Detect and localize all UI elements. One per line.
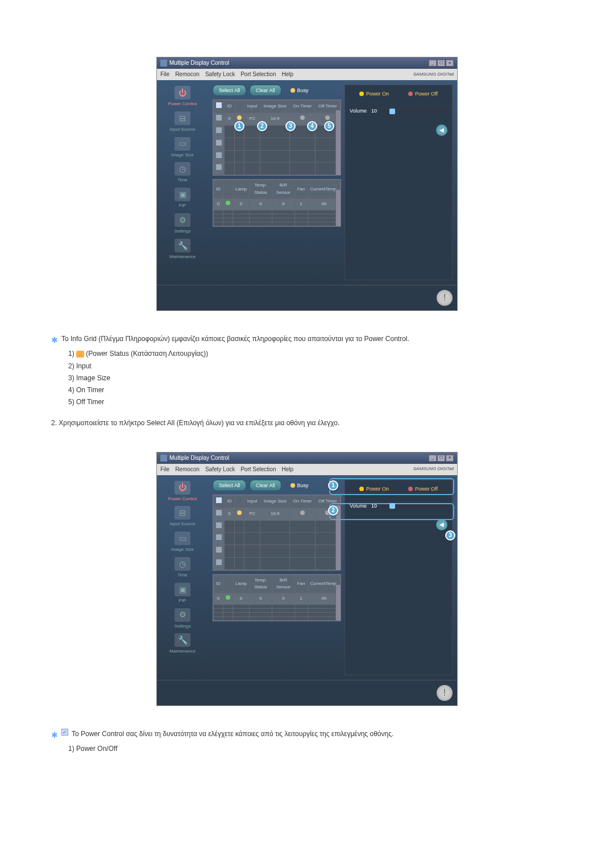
sidebar-item-input-source[interactable]: ⊟ Input Source — [169, 111, 195, 134]
sidebar-item-settings[interactable]: ⚙ Settings — [175, 213, 191, 235]
power-on-button[interactable]: Power On — [359, 90, 389, 98]
slider-handle[interactable] — [389, 109, 395, 114]
list-item-1-prefix: 1) — [68, 350, 76, 358]
sidebar-item-maintenance[interactable]: 🔧 Maintenance — [169, 633, 196, 655]
sidebar-item-image-size[interactable]: ▭ Image Size — [171, 531, 194, 554]
col-check[interactable] — [214, 101, 225, 113]
badge-1: 1 — [328, 480, 338, 491]
power-on-dot-icon — [359, 487, 364, 491]
scrollbar[interactable] — [335, 584, 341, 621]
sidebar-item-settings[interactable]: ⚙ Settings — [175, 608, 191, 630]
sidebar-item-image-size[interactable]: ▭ Image Size — [171, 137, 194, 159]
menu-safety-lock[interactable]: Safety Lock — [205, 465, 235, 474]
power-off-label: Power Off — [415, 485, 438, 493]
power-on-button[interactable]: Power On — [359, 485, 389, 493]
table-row[interactable]: 0 PC 16:9 — [214, 113, 341, 126]
col-id: ID — [225, 495, 235, 508]
volume-label: Volume — [350, 107, 367, 115]
sidebar-item-power-control[interactable]: ⏻ Power Control — [168, 481, 197, 503]
col-image-size: Image Size — [260, 495, 290, 508]
power-on-dot-icon — [359, 92, 364, 96]
col-lamp: Lamp — [233, 180, 250, 199]
sidebar-item-time[interactable]: ◷ Time — [175, 557, 190, 579]
table-row[interactable]: 0 0 0 0 1 49 — [214, 198, 341, 210]
info-grid: ID Input Image Size On Timer Off Timer 0 — [213, 495, 341, 571]
sidebar-item-pip[interactable]: ▣ PIP — [175, 188, 190, 210]
power-off-button[interactable]: Power Off — [408, 485, 438, 493]
col-id: ID — [214, 180, 223, 199]
mute-icon[interactable]: ◀ — [436, 519, 447, 530]
checkbox-icon — [61, 729, 68, 736]
sidebar-item-time[interactable]: ◷ Time — [175, 162, 190, 184]
mute-icon[interactable]: ◀ — [436, 124, 447, 136]
menu-help[interactable]: Help — [281, 465, 293, 474]
close-button[interactable]: × — [446, 60, 454, 67]
busy-indicator: Busy — [291, 86, 309, 94]
col-fan: Fan — [294, 180, 308, 199]
cell-id: 0 — [214, 198, 223, 210]
power-icon: ⏻ — [175, 86, 190, 99]
maintenance-icon: 🔧 — [175, 239, 190, 252]
col-status-icon — [235, 101, 244, 113]
maintenance-icon: 🔧 — [175, 633, 190, 647]
table-row[interactable]: 0 0 0 0 1 49 — [214, 593, 341, 605]
badge-2: 2 — [328, 505, 338, 516]
select-all-button[interactable]: Select All — [213, 85, 246, 96]
volume-slider[interactable] — [381, 110, 447, 113]
settings-icon: ⚙ — [175, 608, 190, 622]
cell-id: 0 — [225, 508, 235, 520]
slider-handle[interactable] — [389, 503, 395, 509]
clear-all-button[interactable]: Clear All — [250, 480, 281, 491]
brand-label: SAMSUNG DIGITall — [413, 466, 454, 473]
sidebar-item-pip[interactable]: ▣ PIP — [175, 583, 190, 605]
cell-br-sensor: 0 — [272, 198, 295, 210]
clear-all-button[interactable]: Clear All — [250, 85, 281, 96]
col-check[interactable] — [214, 495, 225, 508]
col-br-sensor: B/R Sensor — [272, 180, 295, 199]
select-all-button[interactable]: Select All — [213, 480, 246, 491]
maximize-button[interactable]: □ — [437, 455, 445, 462]
sidebar-item-input-source[interactable]: ⊟ Input Source — [169, 506, 195, 528]
cell-temp-status: 0 — [250, 198, 272, 210]
menu-port-selection[interactable]: Port Selection — [240, 465, 276, 474]
scrollbar[interactable] — [335, 110, 341, 176]
menu-remocon[interactable]: Remocon — [175, 465, 200, 474]
scrollbar[interactable] — [335, 189, 341, 226]
volume-label: Volume — [350, 502, 367, 510]
col-status-icon — [235, 495, 244, 508]
star-bullet-icon: ✱ — [51, 729, 58, 741]
power-off-button[interactable]: Power Off — [408, 90, 438, 98]
status-grid-wrapper: ID Lamp Temp. Status B/R Sensor Fan Curr… — [213, 179, 341, 226]
volume-value: 10 — [371, 107, 377, 115]
scrollbar[interactable] — [335, 505, 341, 571]
sidebar-item-maintenance[interactable]: 🔧 Maintenance — [169, 239, 196, 261]
sidebar-item-power-control[interactable]: ⏻ Power Control — [168, 86, 197, 108]
sidebar-label: Input Source — [169, 521, 195, 528]
close-button[interactable]: × — [446, 455, 454, 462]
menu-help[interactable]: Help — [281, 70, 293, 79]
menu-file[interactable]: File — [160, 465, 169, 474]
input-icon: ⊟ — [175, 111, 190, 125]
paragraph-3: Το Power Control σας δίνει τη δυνατότητα… — [72, 729, 393, 740]
list-item-3: 3) Image Size — [68, 373, 580, 384]
menu-remocon[interactable]: Remocon — [175, 70, 200, 79]
sidebar-label: Settings — [175, 228, 191, 235]
menu-safety-lock[interactable]: Safety Lock — [205, 70, 235, 79]
col-on-timer: On Timer — [290, 101, 315, 113]
volume-slider[interactable] — [381, 505, 447, 507]
alert-icon[interactable]: ! — [437, 685, 453, 701]
menubar: File Remocon Safety Lock Port Selection … — [157, 69, 457, 80]
cell-fan: 1 — [294, 198, 308, 210]
window-title: Multiple Display Control — [169, 59, 229, 68]
alert-icon[interactable]: ! — [437, 290, 453, 306]
maximize-button[interactable]: □ — [437, 60, 445, 67]
power-on-label: Power On — [366, 90, 389, 98]
footer-bar: ! — [157, 285, 457, 310]
settings-icon: ⚙ — [175, 213, 190, 227]
minimize-button[interactable]: _ — [429, 60, 437, 67]
menu-file[interactable]: File — [160, 70, 169, 79]
menu-port-selection[interactable]: Port Selection — [240, 70, 276, 79]
table-row[interactable]: 0 PC 16:9 — [214, 508, 341, 520]
minimize-button[interactable]: _ — [429, 455, 437, 462]
col-temp-status: Temp. Status — [250, 575, 272, 593]
